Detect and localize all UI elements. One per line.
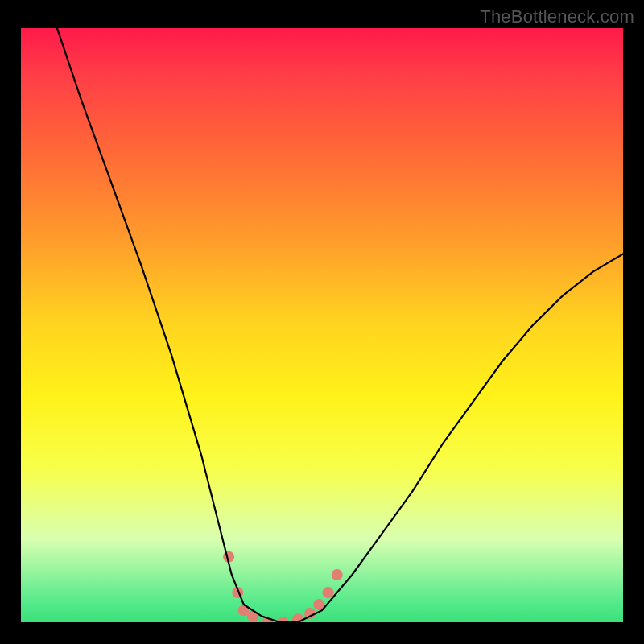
trough-dot <box>323 587 334 598</box>
watermark-text: TheBottleneck.com <box>480 6 634 27</box>
trough-dot <box>332 569 343 580</box>
trough-dots-layer <box>223 551 343 622</box>
plot-area <box>21 28 623 622</box>
bottleneck-curve <box>57 28 623 622</box>
chart-svg <box>21 28 623 622</box>
chart-frame: TheBottleneck.com <box>0 0 644 644</box>
